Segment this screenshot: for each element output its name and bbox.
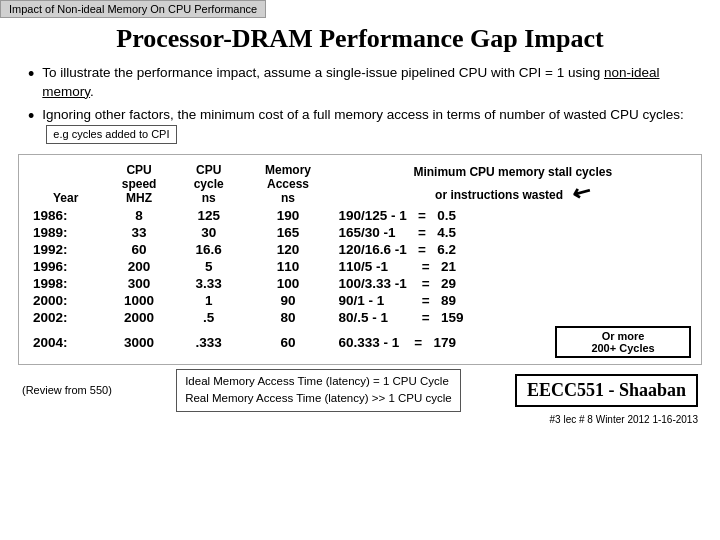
table-row: 1996: 200 5 110 110/5 -1 = 21 <box>29 258 691 275</box>
table-row: 1998: 300 3.33 100 100/3.33 -1 = 29 <box>29 275 691 292</box>
ideal-line2: Real Memory Access Time (latency) >> 1 C… <box>185 392 452 404</box>
col-header-cpu-cycle: CPUcyclens <box>176 161 242 207</box>
cell-mem: 190 <box>241 207 334 224</box>
performance-table: Year CPUspeedMHZ CPUcyclens MemoryAccess… <box>29 161 691 358</box>
cell-year: 1996: <box>29 258 102 275</box>
cell-mem: 80 <box>241 309 334 326</box>
cell-mem: 100 <box>241 275 334 292</box>
table-row: 1992: 60 16.6 120 120/16.6 -1 = 6.2 <box>29 241 691 258</box>
cell-speed: 33 <box>102 224 176 241</box>
bottom-line: #3 lec # 8 Winter 2012 1-16-2013 <box>18 412 702 425</box>
cell-year: 1992: <box>29 241 102 258</box>
cell-mem: 110 <box>241 258 334 275</box>
cell-mem: 60 <box>241 326 334 358</box>
or-more-box: Or more200+ Cycles <box>555 326 691 358</box>
cell-mem: 165 <box>241 224 334 241</box>
bullet-dot-2: • <box>28 106 34 128</box>
table-row: 2002: 2000 .5 80 80/.5 - 1 = 159 <box>29 309 691 326</box>
cell-result: 120/16.6 -1 = 6.2 <box>335 241 691 258</box>
cell-cycle: 1 <box>176 292 242 309</box>
cell-result: 165/30 -1 = 4.5 <box>335 224 691 241</box>
cell-year: 1998: <box>29 275 102 292</box>
cell-cycle: 125 <box>176 207 242 224</box>
data-table-wrapper: Year CPUspeedMHZ CPUcyclens MemoryAccess… <box>18 154 702 365</box>
cell-speed: 300 <box>102 275 176 292</box>
footer-area: (Review from 550) Ideal Memory Access Ti… <box>18 369 702 412</box>
eg-box: e.g cycles added to CPI <box>46 125 176 144</box>
cell-year: 1986: <box>29 207 102 224</box>
cell-result: 80/.5 - 1 = 159 <box>335 309 691 326</box>
bullet-list: • To illustrate the performance impact, … <box>18 64 702 144</box>
top-bar-label: Impact of Non-ideal Memory On CPU Perfor… <box>0 0 266 18</box>
cell-speed: 1000 <box>102 292 176 309</box>
review-text: (Review from 550) <box>22 384 112 396</box>
table-row: 2000: 1000 1 90 90/1 - 1 = 89 <box>29 292 691 309</box>
cell-result: 90/1 - 1 = 89 <box>335 292 691 309</box>
ideal-line1: Ideal Memory Access Time (latency) = 1 C… <box>185 375 449 387</box>
bullet-text-1: To illustrate the performance impact, as… <box>42 64 702 102</box>
col-header-min-cpu: Minimum CPU memory stall cyclesor instru… <box>335 161 691 207</box>
cell-cycle: 5 <box>176 258 242 275</box>
cell-cycle: 3.33 <box>176 275 242 292</box>
cell-speed: 3000 <box>102 326 176 358</box>
cell-year: 2002: <box>29 309 102 326</box>
cell-speed: 200 <box>102 258 176 275</box>
cell-result: 60.333 - 1 = 179 <box>335 326 556 358</box>
eecc-label: EECC551 - Shaaban <box>515 374 698 407</box>
table-row: 2004: 3000 .333 60 60.333 - 1 = 179 Or m… <box>29 326 691 358</box>
cell-year: 2000: <box>29 292 102 309</box>
table-row: 1989: 33 30 165 165/30 -1 = 4.5 <box>29 224 691 241</box>
col-header-mem-access: MemoryAccessns <box>241 161 334 207</box>
cell-year: 2004: <box>29 326 102 358</box>
col-header-cpu-speed: CPUspeedMHZ <box>102 161 176 207</box>
page-title: Processor-DRAM Performance Gap Impact <box>18 24 702 54</box>
cell-cycle: .333 <box>176 326 242 358</box>
cell-cycle: 16.6 <box>176 241 242 258</box>
col-header-year: Year <box>29 161 102 207</box>
cell-cycle: .5 <box>176 309 242 326</box>
cell-speed: 8 <box>102 207 176 224</box>
cell-result: 100/3.33 -1 = 29 <box>335 275 691 292</box>
cell-result: 110/5 -1 = 21 <box>335 258 691 275</box>
bullet-text-2: Ignoring other factors, the minimum cost… <box>42 106 702 144</box>
bottom-right-text: #3 lec # 8 Winter 2012 1-16-2013 <box>550 414 698 425</box>
cell-year: 1989: <box>29 224 102 241</box>
cell-speed: 2000 <box>102 309 176 326</box>
table-row: 1986: 8 125 190 190/125 - 1 = 0.5 <box>29 207 691 224</box>
bullet-dot-1: • <box>28 64 34 86</box>
cell-speed: 60 <box>102 241 176 258</box>
cell-result: 190/125 - 1 = 0.5 <box>335 207 691 224</box>
ideal-memory-box: Ideal Memory Access Time (latency) = 1 C… <box>176 369 461 412</box>
cell-mem: 120 <box>241 241 334 258</box>
cell-cycle: 30 <box>176 224 242 241</box>
cell-mem: 90 <box>241 292 334 309</box>
